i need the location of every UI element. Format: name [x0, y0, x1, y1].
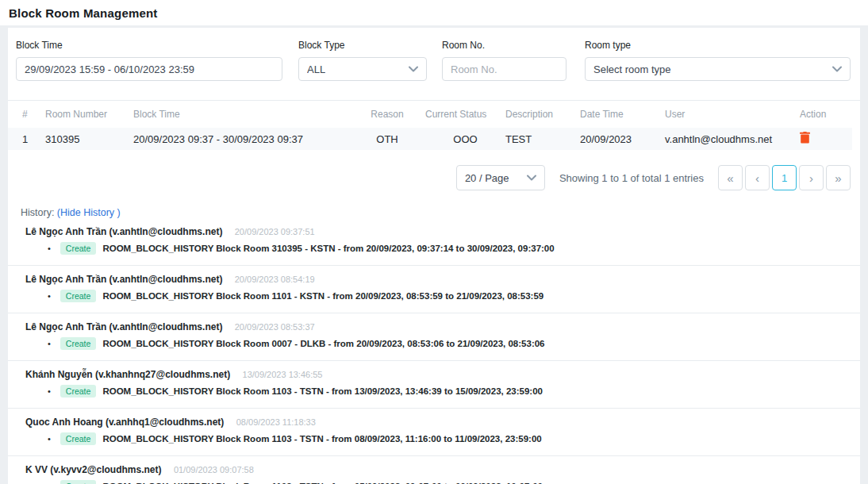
page-size-value: 20 / Page [465, 172, 509, 184]
last-page-button[interactable]: » [826, 165, 851, 190]
filter-block-time: Block Time [16, 40, 282, 81]
col-header-description: Description [505, 109, 580, 120]
history-entry: Lê Ngọc Anh Trần (v.anhtln@cloudhms.net)… [8, 218, 860, 266]
cell-index: 1 [22, 133, 45, 145]
col-header-date-time: Date Time [580, 109, 665, 120]
room-no-input[interactable] [442, 57, 567, 81]
col-header-index: # [22, 109, 45, 120]
bullet-icon: • [48, 386, 51, 396]
history-timestamp: 13/09/2023 13:46:55 [243, 370, 323, 379]
history-user: Khánh Nguyễn (v.khanhnq27@cloudhms.net) [25, 369, 230, 380]
cell-date-time: 20/09/2023 [580, 133, 665, 145]
create-badge: Create [60, 290, 97, 302]
create-badge: Create [60, 432, 97, 445]
col-header-reason: Reason [349, 109, 425, 120]
chevron-down-icon [832, 66, 842, 72]
history-user: Lê Ngọc Anh Trần (v.anhtln@cloudhms.net) [25, 274, 222, 285]
page-title: Block Room Management [9, 6, 158, 20]
history-timestamp: 20/09/2023 08:53:37 [235, 322, 315, 332]
bullet-icon: • [48, 339, 51, 348]
page-1-button[interactable]: 1 [772, 165, 797, 190]
history-entry: Quoc Anh Hoang (v.anhhq1@cloudhms.net) 0… [8, 409, 860, 456]
hide-history-link[interactable]: (Hide History ) [57, 207, 121, 218]
history-detail: ROOM_BLOCK_HISTORY Block Room 1103 - TST… [102, 386, 543, 396]
history-timestamp: 08/09/2023 11:18:33 [236, 417, 316, 427]
pager-buttons: « ‹ 1 › » [718, 165, 851, 190]
history-user: Lê Ngọc Anh Trần (v.anhtln@cloudhms.net) [25, 226, 222, 237]
history-section: History: (Hide History ) Lê Ngọc Anh Trầ… [8, 207, 860, 484]
history-label: History: [21, 207, 54, 218]
create-badge: Create [60, 480, 97, 484]
history-detail: ROOM_BLOCK_HISTORY Block Room 1103 - TST… [102, 434, 541, 444]
col-header-room-number: Room Number [45, 109, 133, 120]
bullet-icon: • [48, 434, 51, 444]
bullet-icon: • [48, 291, 51, 301]
cell-block-time: 20/09/2023 09:37 - 30/09/2023 09:37 [133, 133, 349, 145]
titlebar: Block Room Management [0, 0, 868, 25]
history-entry: Lê Ngọc Anh Trần (v.anhtln@cloudhms.net)… [8, 313, 860, 361]
block-room-table: # Room Number Block Time Reason Current … [8, 101, 860, 150]
history-entry: K VV (v.kyvv2@cloudhms.net) 01/09/2023 0… [8, 456, 860, 484]
history-detail: ROOM_BLOCK_HISTORY Block Room 0007 - DLK… [102, 339, 544, 348]
prev-page-button[interactable]: ‹ [745, 165, 770, 190]
chevron-down-icon [409, 66, 418, 72]
history-header: History: (Hide History ) [8, 207, 860, 218]
block-time-input[interactable] [16, 57, 282, 81]
room-type-label: Room type [585, 40, 851, 51]
history-user: Quoc Anh Hoang (v.anhhq1@cloudhms.net) [25, 417, 224, 428]
history-timestamp: 20/09/2023 09:37:51 [235, 227, 315, 236]
trash-icon [800, 132, 810, 144]
create-badge: Create [60, 242, 97, 255]
block-type-label: Block Type [298, 40, 427, 51]
delete-button[interactable] [800, 134, 810, 146]
history-detail: ROOM_BLOCK_HISTORY Block Room 310395 - K… [102, 244, 554, 253]
history-timestamp: 20/09/2023 08:54:19 [235, 275, 315, 284]
cell-description: TEST [505, 133, 580, 145]
col-header-action: Action [800, 109, 852, 120]
create-badge: Create [60, 385, 97, 398]
block-type-value: ALL [307, 63, 325, 75]
first-page-button[interactable]: « [718, 165, 743, 190]
pagination-bar: 20 / Page Showing 1 to 1 of total 1 entr… [8, 165, 860, 190]
col-header-current-status: Current Status [425, 109, 505, 120]
block-time-label: Block Time [16, 40, 282, 51]
pagination-summary: Showing 1 to 1 of total 1 entries [559, 172, 704, 184]
filter-room-type: Room type Select room type [585, 40, 851, 81]
history-user: Lê Ngọc Anh Trần (v.anhtln@cloudhms.net) [25, 321, 222, 332]
page-size-select[interactable]: 20 / Page [456, 165, 545, 190]
filter-room-no: Room No. [442, 40, 567, 81]
next-page-button[interactable]: › [799, 165, 824, 190]
room-type-select[interactable]: Select room type [585, 57, 851, 81]
bullet-icon: • [48, 244, 51, 253]
content-card: Block Time Block Type ALL Room No. Room … [8, 28, 860, 484]
chevron-down-icon [527, 175, 536, 181]
history-timestamp: 01/09/2023 09:07:58 [174, 465, 254, 474]
cell-action [800, 132, 852, 146]
create-badge: Create [60, 337, 97, 350]
col-header-block-time: Block Time [133, 109, 349, 120]
block-type-select[interactable]: ALL [298, 57, 427, 81]
room-type-value: Select room type [593, 63, 671, 75]
cell-reason: OTH [349, 133, 425, 145]
history-detail: ROOM_BLOCK_HISTORY Block Room 1101 - KST… [102, 291, 543, 301]
table-header-row: # Room Number Block Time Reason Current … [8, 101, 852, 128]
history-user: K VV (v.kyvv2@cloudhms.net) [25, 464, 162, 475]
col-header-user: User [665, 109, 800, 120]
cell-room-number: 310395 [45, 133, 133, 145]
cell-user: v.anhtln@cloudhms.net [665, 133, 800, 145]
cell-current-status: OOO [425, 133, 505, 145]
room-no-label: Room No. [442, 40, 567, 51]
filter-block-type: Block Type ALL [298, 40, 427, 81]
filter-bar: Block Time Block Type ALL Room No. Room … [8, 40, 860, 81]
history-entry: Lê Ngọc Anh Trần (v.anhtln@cloudhms.net)… [8, 266, 860, 313]
table-row: 1 310395 20/09/2023 09:37 - 30/09/2023 0… [8, 128, 852, 150]
history-entry: Khánh Nguyễn (v.khanhnq27@cloudhms.net) … [8, 361, 860, 409]
